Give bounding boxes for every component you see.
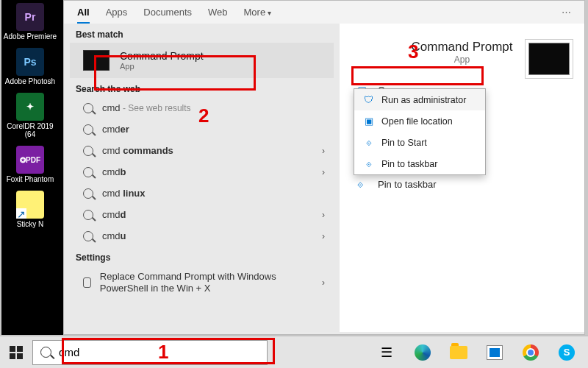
- tab-all[interactable]: All: [77, 7, 90, 24]
- pin-icon: ⟐: [363, 158, 374, 169]
- ctx-open-file-location[interactable]: ▣Open file location: [354, 110, 485, 132]
- ctx-pin-to-taskbar[interactable]: ⟐Pin to taskbar: [354, 153, 485, 174]
- search-icon: [83, 124, 93, 135]
- windows-icon: [10, 346, 23, 359]
- taskbar-chrome[interactable]: [514, 336, 548, 369]
- start-button[interactable]: [0, 336, 32, 369]
- taskbar-skype[interactable]: S: [550, 336, 584, 369]
- desktop-icons: PrAdobe Premiere PsAdobe Photosh ✦CorelD…: [1, 0, 63, 335]
- search-text: cmd: [59, 346, 79, 358]
- tab-documents[interactable]: Documents: [143, 7, 192, 24]
- taskbar-explorer[interactable]: [442, 336, 476, 369]
- search-icon: [83, 103, 93, 113]
- annotation-number-2: 2: [198, 105, 209, 127]
- folder-icon: ▣: [363, 116, 374, 127]
- chevron-right-icon: ›: [322, 210, 325, 220]
- pin-icon: ⟐: [363, 137, 374, 148]
- chevron-right-icon: ›: [322, 231, 325, 241]
- desktop-icon-foxit[interactable]: ✪PDFFoxit Phantom: [1, 143, 59, 188]
- settings-replace-cmd[interactable]: Replace Command Prompt with Windows Powe…: [64, 266, 340, 300]
- premiere-icon: Pr: [16, 3, 44, 31]
- search-icon: [83, 167, 93, 177]
- start-search-panel: All Apps Documents Web More ⋯ Best match…: [63, 0, 585, 335]
- annotation-number-1: 1: [158, 341, 168, 364]
- search-right-details: 🛡Run as administrator ▣Open file locatio…: [340, 24, 584, 332]
- details-title: Command Prompt: [340, 40, 584, 54]
- edge-icon: [415, 344, 431, 361]
- taskbar-pinned-apps: ☰ S: [370, 336, 588, 369]
- web-result-cmd-linux[interactable]: cmd linux: [64, 183, 340, 204]
- search-icon: [83, 231, 93, 241]
- search-tabs: All Apps Documents Web More ⋯: [64, 1, 584, 24]
- chrome-icon: [523, 344, 539, 361]
- pin-icon: ⟐: [357, 178, 369, 190]
- chevron-right-icon: ›: [322, 167, 325, 177]
- pdf-icon: ✪PDF: [16, 146, 44, 174]
- context-menu: 🛡Run as administrator ▣Open file locatio…: [354, 88, 486, 175]
- taskbar-search-input[interactable]: cmd: [32, 340, 268, 365]
- section-best-match: Best match: [64, 24, 340, 43]
- desktop-icon-premiere[interactable]: PrAdobe Premiere: [1, 0, 59, 45]
- action-pin-to-taskbar[interactable]: ⟐Pin to taskbar: [340, 172, 584, 196]
- desktop-icon-photoshop[interactable]: PsAdobe Photosh: [1, 45, 59, 90]
- details-subtitle: App: [340, 54, 584, 65]
- coreldraw-icon: ✦: [16, 93, 44, 121]
- best-match-title: Command Prompt: [120, 50, 204, 62]
- folder-icon: [450, 346, 467, 359]
- admin-icon: 🛡: [363, 94, 374, 105]
- search-icon: [40, 347, 51, 358]
- ctx-pin-to-start[interactable]: ⟐Pin to Start: [354, 132, 485, 153]
- search-left-column: Best match Command Prompt App Search the…: [64, 24, 340, 332]
- web-result-cmd-commands[interactable]: cmd commands›: [64, 140, 340, 161]
- search-icon: [83, 188, 93, 199]
- skype-icon: S: [559, 344, 575, 361]
- chevron-right-icon: ›: [322, 277, 325, 288]
- web-result-cmdu[interactable]: cmdu›: [64, 225, 340, 247]
- section-search-web: Search the web: [64, 78, 340, 97]
- best-match-subtitle: App: [120, 62, 204, 71]
- annotation-number-3: 3: [408, 40, 418, 63]
- command-prompt-icon: [83, 50, 110, 71]
- photoshop-icon: Ps: [16, 48, 44, 76]
- tab-apps[interactable]: Apps: [106, 7, 128, 24]
- web-result-cmdd[interactable]: cmdd›: [64, 204, 340, 225]
- gear-icon: [83, 277, 91, 288]
- store-icon: [487, 345, 503, 360]
- search-icon: [83, 210, 93, 220]
- desktop-icon-stickynotes[interactable]: Sticky N: [1, 188, 59, 233]
- feedback-ellipsis[interactable]: ⋯: [562, 7, 571, 24]
- chevron-right-icon: ›: [322, 146, 325, 156]
- best-match-item[interactable]: Command Prompt App: [70, 43, 334, 78]
- desktop-icon-coreldraw[interactable]: ✦CorelDR 2019 (64: [1, 90, 59, 143]
- taskbar-taskview[interactable]: ☰: [370, 336, 404, 369]
- stickynote-icon: [16, 191, 44, 219]
- taskbar-edge[interactable]: [406, 336, 440, 369]
- ctx-run-as-admin[interactable]: 🛡Run as administrator: [354, 89, 485, 110]
- tab-more[interactable]: More: [244, 7, 271, 24]
- section-settings: Settings: [64, 247, 340, 266]
- tab-web[interactable]: Web: [208, 7, 228, 24]
- taskbar: cmd ☰ S: [0, 336, 588, 368]
- taskbar-store[interactable]: [478, 336, 512, 369]
- search-icon: [83, 146, 93, 156]
- web-result-cmdb[interactable]: cmdb›: [64, 161, 340, 183]
